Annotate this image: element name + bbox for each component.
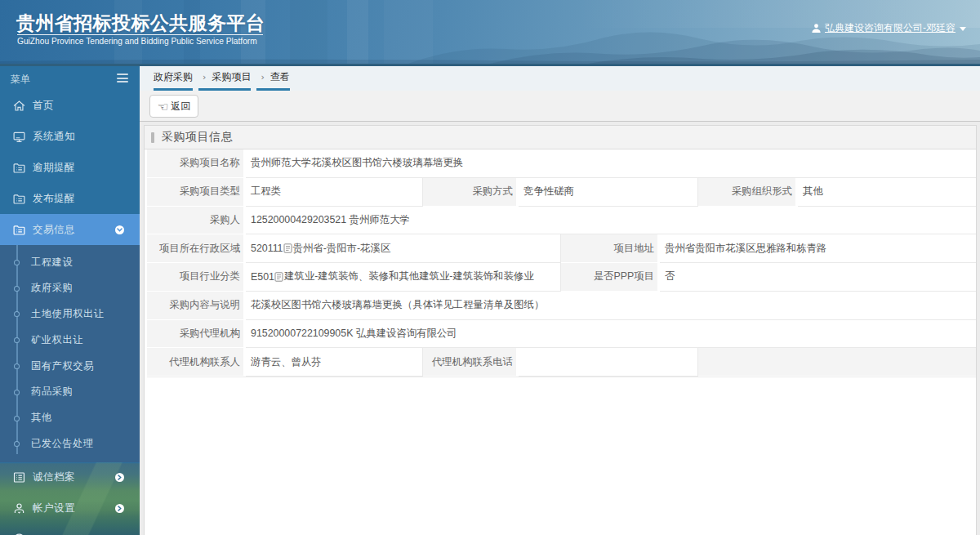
folder-icon [12,192,26,206]
page-title: 贵州省招标投标公共服务平台 [16,11,265,36]
sidebar-item-label: 发布提醒 [33,192,75,206]
field-label: 项目行业分类 [147,263,246,292]
sidebar-item-credit-archive[interactable]: 诚信档案 [0,462,140,493]
folder-icon [12,223,26,237]
user-icon [12,502,26,515]
breadcrumb-item-view[interactable]: › 查看 [256,66,289,91]
breadcrumb: 政府采购 › 采购项目 › 查看 [154,66,980,91]
submenu-item-label: 工程建设 [31,256,73,268]
submenu-item-label: 其他 [31,412,52,423]
field-value [519,348,698,377]
sidebar-item-transaction-info[interactable]: 交易信息 [0,214,140,245]
section-header: 采购项目信息 [145,126,976,149]
breadcrumb-item-government-procurement[interactable]: 政府采购 [154,66,193,91]
toolbar: ☜ 返回 [140,91,980,122]
table-row: 项目行业分类 E501 建筑业-建筑装饰、装修和其他建筑业-建筑装饰和装修业 是… [147,263,976,292]
bullet-icon [14,286,20,292]
submenu-item-other[interactable]: 其他 [0,405,140,431]
submenu-item-label: 药品采购 [31,386,73,397]
back-button[interactable]: ☜ 返回 [149,95,198,118]
field-label: 项目地址 [561,234,660,263]
sidebar-item-label: 诚信档案 [33,470,75,484]
field-value: 贵州师范大学花溪校区图书馆六楼玻璃幕墙更换 [246,149,976,178]
sidebar-item-home[interactable]: 首页 [0,90,140,121]
sidebar-submenu: 工程建设 政府采购 土地使用权出让 矿业权出让 国有产权交易 药品采购 其他 已… [0,245,140,462]
region-text: 贵州省-贵阳市-花溪区 [293,242,391,256]
submenu-item-government-procurement[interactable]: 政府采购 [0,275,140,301]
table-row: 采购项目名称 贵州师范大学花溪校区图书馆六楼玻璃幕墙更换 [147,149,976,178]
section-marker-icon [151,132,154,143]
table-row: 采购人 12520000429203521 贵州师范大学 [147,207,976,235]
field-label: 是否PPP项目 [561,263,660,292]
sidebar-item-label: 系统通知 [33,130,75,144]
breadcrumb-item-procurement-project[interactable]: › 采购项目 [198,66,251,91]
field-value: E501 建筑业-建筑装饰、装修和其他建筑业-建筑装饰和装修业 [246,263,561,292]
bullet-icon [14,337,20,343]
chevron-right-icon[interactable] [115,504,124,513]
submenu-item-label: 矿业权出让 [31,334,83,346]
submenu-item-label: 国有产权交易 [31,360,94,372]
sidebar-item-label: 逾期提醒 [33,161,75,175]
submenu-item-label: 政府采购 [31,282,73,293]
folder-icon [12,161,26,175]
field-label: 采购项目类型 [147,178,246,207]
user-menu[interactable]: 弘典建设咨询有限公司-邓廷容 [811,22,966,33]
content-panel: 采购项目信息 采购项目名称 贵州师范大学花溪校区图书馆六楼玻璃幕墙更换 采购项目… [144,125,977,535]
breadcrumb-label: 采购项目 [212,70,251,85]
document-icon [274,272,283,282]
table-row: 代理机构联系人 游青云、曾从芬 代理机构联系电话 [147,348,976,377]
submenu-item-drug-procurement[interactable]: 药品采购 [0,379,140,405]
sidebar-item-label: 交易信息 [33,223,75,237]
document-icon [283,243,292,253]
submenu-item-published-announcements[interactable]: 已发公告处理 [0,431,140,457]
sidebar-item-label: 首页 [33,99,54,113]
sidebar-item-label: 帐户设置 [33,502,75,515]
bullet-icon [14,390,20,395]
region-code: 520111 [251,243,283,254]
bullet-icon [14,311,20,317]
field-value: 竞争性磋商 [519,178,698,207]
field-value: 花溪校区图书馆六楼玻璃幕墙更换（具体详见工程量清单及图纸） [246,292,976,320]
empty-cell [698,348,976,377]
submenu-item-state-property[interactable]: 国有产权交易 [0,354,140,380]
field-label: 项目所在行政区域 [147,234,246,263]
sidebar-item-notifications[interactable]: 系统通知 [0,121,140,152]
field-label: 采购项目名称 [147,149,246,178]
submenu-item-mining-rights[interactable]: 矿业权出让 [0,328,140,354]
field-label: 采购代理机构 [147,320,246,349]
sidebar-item-overdue-reminder[interactable]: 逾期提醒 [0,152,140,183]
section-title: 采购项目信息 [162,130,233,145]
table-row: 采购内容与说明 花溪校区图书馆六楼玻璃幕墙更换（具体详见工程量清单及图纸） [147,292,976,320]
sidebar-item-account-settings[interactable]: 帐户设置 [0,493,140,524]
submenu-item-land-use[interactable]: 土地使用权出让 [0,301,140,328]
breadcrumb-bar: 政府采购 › 采购项目 › 查看 [140,66,980,91]
submenu-item-construction[interactable]: 工程建设 [0,250,140,276]
bullet-icon [14,441,20,447]
field-label: 代理机构联系人 [147,348,246,377]
bullet-icon [14,260,20,265]
field-value: 游青云、曾从芬 [246,348,423,377]
sidebar-item-partial[interactable] [0,524,140,535]
field-value: 贵州省贵阳市花溪区思雅路和栋青路 [660,234,976,263]
breadcrumb-separator: › [203,72,206,82]
field-label: 采购组织形式 [698,178,798,207]
caret-down-icon [960,27,966,31]
hamburger-icon[interactable] [117,74,128,82]
field-value: 520111 贵州省-贵阳市-花溪区 [246,234,561,263]
chevron-down-icon[interactable] [115,225,124,234]
sidebar-menu-bar: 菜单 [0,66,140,90]
industry-code: E501 [251,271,274,283]
back-hand-icon: ☜ [158,100,168,113]
title-underline [17,34,263,35]
user-name[interactable]: 弘典建设咨询有限公司-邓廷容 [825,21,956,35]
back-button-label: 返回 [171,100,190,114]
sidebar-item-publish-reminder[interactable]: 发布提醒 [0,183,140,214]
breadcrumb-label: 政府采购 [154,70,193,85]
chevron-right-icon[interactable] [115,473,124,482]
field-label: 代理机构联系电话 [423,348,519,377]
field-label: 采购内容与说明 [147,292,246,320]
table-row: 采购项目类型 工程类 采购方式 竞争性磋商 采购组织形式 其他 [147,178,976,207]
page-subtitle: GuiZhou Province Tendering and Bidding P… [17,37,257,46]
field-value: 12520000429203521 贵州师范大学 [246,207,976,235]
menu-title: 菜单 [11,73,30,87]
